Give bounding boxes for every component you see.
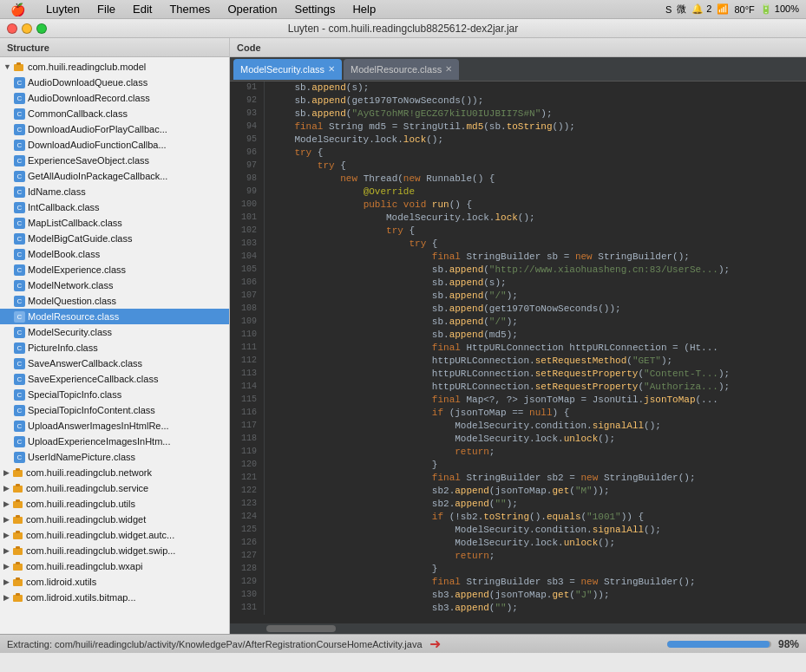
menu-operation[interactable]: Operation — [224, 3, 280, 16]
svg-rect-1 — [16, 62, 21, 65]
class-label: AudioDownloadRecord.class — [28, 93, 150, 103]
svg-rect-4 — [13, 486, 23, 493]
progress-arrow-icon: ➜ — [429, 636, 441, 652]
list-item[interactable]: C ModelSecurity.class — [0, 324, 229, 340]
menu-luyten[interactable]: Luyten — [43, 3, 83, 16]
code-line-102: 102 try { — [230, 225, 806, 238]
list-item[interactable]: C MapListCallback.class — [0, 215, 229, 231]
code-line-98: 98 new Thread(new Runnable() { — [230, 173, 806, 186]
list-item[interactable]: C DownloadAudioForPlayCallbac... — [0, 121, 229, 137]
code-line-122: 122 sb2.append(jsonToMap.get("M")); — [230, 485, 806, 498]
svg-rect-9 — [16, 515, 20, 518]
maximize-button[interactable] — [36, 23, 47, 34]
menu-themes[interactable]: Themes — [166, 3, 213, 16]
list-item[interactable]: C IdName.class — [0, 184, 229, 199]
tree-package-widget-swip[interactable]: ▶ com.huili.readingclub.widget.swip... — [0, 543, 229, 558]
menu-settings[interactable]: Settings — [291, 3, 338, 16]
tree-package-lidroid[interactable]: ▶ com.lidroid.xutils — [0, 574, 229, 590]
tab-model-resource[interactable]: ModelResource.class ✕ — [344, 59, 459, 80]
tab-close-icon[interactable]: ✕ — [328, 64, 335, 74]
tree-root-package[interactable]: ▼ com.huili.readingclub.model — [0, 59, 229, 75]
class-icon: C — [14, 140, 25, 151]
package-icon — [13, 61, 25, 73]
class-label: ModelQuestion.class — [28, 296, 116, 306]
package-label: com.huili.readingclub.utils — [26, 499, 135, 509]
list-item[interactable]: C IntCallback.class — [0, 199, 229, 215]
menu-wechat-icon: 微 — [677, 3, 686, 16]
list-item[interactable]: C AudioDownloadQueue.class — [0, 75, 229, 90]
code-line-112: 112 httpURLConnection.setRequestMethod("… — [230, 355, 806, 368]
class-icon: C — [14, 421, 25, 432]
list-item[interactable]: C ModelBook.class — [0, 246, 229, 262]
code-line-96: 96 try { — [230, 147, 806, 160]
list-item[interactable]: C UploadAnswerImagesInHtmlRe... — [0, 418, 229, 434]
class-label: SpecialTopicInfo.class — [28, 389, 121, 400]
list-item[interactable]: C ModelExperience.class — [0, 262, 229, 277]
code-line-131: 131 sb3.append(""); — [230, 602, 806, 615]
class-icon: C — [14, 218, 25, 229]
tab-label: ModelResource.class — [351, 64, 442, 75]
list-item[interactable]: C SpecialTopicInfo.class — [0, 387, 229, 402]
scrollbar-thumb[interactable] — [266, 625, 336, 632]
code-line-94: 94 final String md5 = StringUtil.md5(sb.… — [230, 121, 806, 134]
tree-package-network[interactable]: ▶ com.huili.readingclub.network — [0, 465, 229, 480]
code-scrollbar[interactable] — [230, 623, 806, 634]
code-area[interactable]: 91 sb.append(s); 92 sb.append(get1970ToN… — [230, 82, 806, 623]
list-item[interactable]: C ModelResource.class — [0, 309, 229, 324]
code-line-124: 124 if (!sb2.toString().equals("1001")) … — [230, 511, 806, 524]
list-item[interactable]: C ModelQuestion.class — [0, 293, 229, 309]
menu-help[interactable]: Help — [349, 3, 379, 16]
svg-rect-15 — [16, 562, 20, 564]
code-header-label: Code — [237, 42, 261, 53]
tab-model-security[interactable]: ModelSecurity.class ✕ — [233, 59, 342, 80]
list-item[interactable]: C SpecialTopicInfoContent.class — [0, 402, 229, 418]
tab-close-icon[interactable]: ✕ — [445, 64, 452, 74]
code-line-111: 111 final HttpURLConnection httpURLConne… — [230, 342, 806, 355]
class-icon: C — [14, 327, 25, 338]
package-label: com.huili.readingclub.widget — [26, 514, 146, 525]
list-item[interactable]: C AudioDownloadRecord.class — [0, 90, 229, 106]
list-item[interactable]: C PictureInfo.class — [0, 340, 229, 356]
menu-file[interactable]: File — [94, 3, 119, 16]
list-item[interactable]: C SaveExperienceCallback.class — [0, 371, 229, 387]
tree-package-widget-autc[interactable]: ▶ com.huili.readingclub.widget.autc... — [0, 527, 229, 543]
code-line-99: 99 @Override — [230, 186, 806, 199]
close-button[interactable] — [7, 23, 17, 34]
package-label: com.huili.readingclub.service — [26, 483, 148, 493]
class-icon: C — [14, 124, 25, 135]
svg-rect-8 — [13, 517, 23, 524]
list-item[interactable]: C UploadExperienceImagesInHtm... — [0, 434, 229, 449]
minimize-button[interactable] — [22, 23, 32, 34]
list-item[interactable]: C SaveAnswerCallback.class — [0, 356, 229, 371]
tree-package-wxapi[interactable]: ▶ com.huili.readingclub.wxapi — [0, 558, 229, 574]
apple-menu[interactable]: 🍎 — [7, 3, 29, 16]
svg-rect-7 — [16, 499, 20, 502]
svg-rect-5 — [16, 484, 20, 486]
class-label: PictureInfo.class — [28, 343, 98, 353]
menu-edit[interactable]: Edit — [129, 3, 155, 16]
class-label: ModelSecurity.class — [28, 327, 112, 337]
list-item[interactable]: C CommonCallback.class — [0, 106, 229, 121]
structure-tree[interactable]: ▼ com.huili.readingclub.model C AudioDow… — [0, 57, 229, 634]
code-line-97: 97 try { — [230, 160, 806, 173]
tree-package-lidroid-bitmap[interactable]: ▶ com.lidroid.xutils.bitmap... — [0, 590, 229, 605]
list-item[interactable]: C GetAllAudioInPackageCallback... — [0, 168, 229, 184]
list-item[interactable]: C DownloadAudioFunctionCallba... — [0, 137, 229, 153]
list-item[interactable]: C ExperienceSaveObject.class — [0, 153, 229, 168]
svg-rect-14 — [13, 564, 23, 571]
code-line-123: 123 sb2.append(""); — [230, 498, 806, 511]
package-label: com.lidroid.xutils — [26, 577, 96, 587]
tree-package-widget[interactable]: ▶ com.huili.readingclub.widget — [0, 512, 229, 527]
list-item[interactable]: C ModelNetwork.class — [0, 277, 229, 293]
tree-package-service[interactable]: ▶ com.huili.readingclub.service — [0, 480, 229, 496]
package-label: com.huili.readingclub.widget.autc... — [26, 530, 174, 540]
code-line-110: 110 sb.append(md5); — [230, 329, 806, 342]
list-item[interactable]: C UserIdNamePicture.class — [0, 449, 229, 465]
progress-percent: 98% — [778, 638, 799, 650]
tree-package-utils[interactable]: ▶ com.huili.readingclub.utils — [0, 496, 229, 512]
code-line-93: 93 sb.append("AyGt7ohMR!gECZG7kiIU0IUJBI… — [230, 108, 806, 121]
code-line-101: 101 ModelSecurity.lock.lock(); — [230, 212, 806, 225]
svg-rect-19 — [16, 593, 20, 596]
class-label: AudioDownloadQueue.class — [28, 77, 147, 88]
list-item[interactable]: C ModelBigCatGuide.class — [0, 231, 229, 246]
